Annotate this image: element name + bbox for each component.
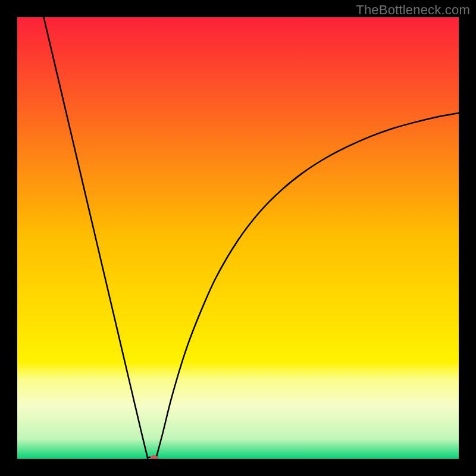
minimum-marker (150, 455, 158, 459)
gradient-bg (17, 17, 459, 459)
chart-frame: TheBottleneck.com (0, 0, 476, 476)
bottleneck-chart (17, 17, 459, 459)
curve-path (44, 17, 459, 459)
plot-area (17, 17, 459, 459)
watermark-text: TheBottleneck.com (356, 2, 470, 18)
